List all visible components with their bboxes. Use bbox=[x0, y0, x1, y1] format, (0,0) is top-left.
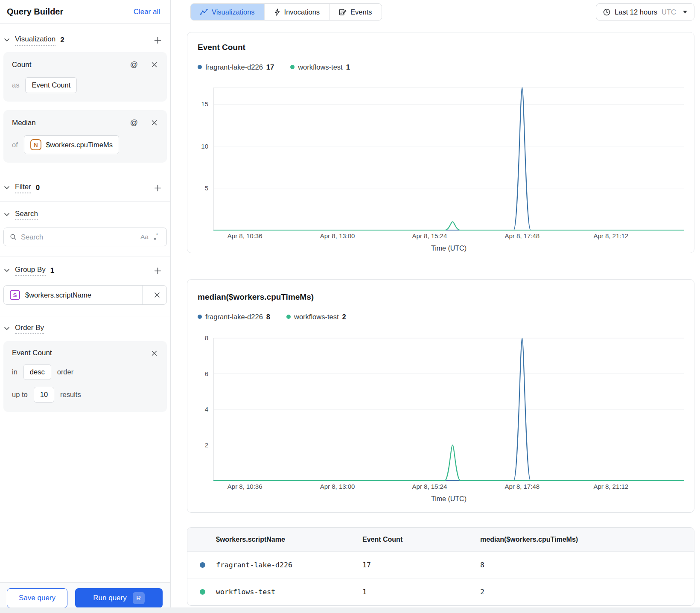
add-visualization-button[interactable] bbox=[153, 35, 163, 45]
chevron-down-icon[interactable] bbox=[4, 38, 10, 42]
remove-group-by-button[interactable] bbox=[148, 286, 166, 304]
chart-legend: fragrant-lake-d22617workflows-test1 bbox=[198, 62, 684, 72]
clear-all-link[interactable]: Clear all bbox=[134, 8, 160, 16]
column-header: $workers.scriptName bbox=[187, 536, 362, 543]
query-builder-panel: Query Builder Clear all Visualization 2 … bbox=[0, 0, 171, 613]
section-filter: Filter 0 bbox=[0, 174, 170, 201]
time-range-selector[interactable]: Last 12 hours UTC bbox=[596, 3, 694, 20]
svg-text:Apr 8, 10:36: Apr 8, 10:36 bbox=[228, 232, 262, 239]
median-cputime-chart-card: median($workers.cpuTimeMs) fragrant-lake… bbox=[187, 279, 694, 513]
search-box: Aa * bbox=[3, 228, 167, 246]
alias-value[interactable]: Event Count bbox=[25, 77, 77, 93]
chart-title: median($workers.cpuTimeMs) bbox=[198, 292, 684, 302]
add-group-by-button[interactable] bbox=[153, 266, 163, 276]
search-input[interactable] bbox=[21, 233, 136, 241]
tab-label: Visualizations bbox=[212, 8, 255, 16]
series-color-dot bbox=[198, 65, 202, 69]
legend-item[interactable]: fragrant-lake-d22617 bbox=[198, 63, 274, 71]
median-cell: 8 bbox=[480, 561, 694, 569]
series-name: fragrant-lake-d226 bbox=[205, 63, 263, 71]
chevron-down-icon[interactable] bbox=[4, 213, 10, 216]
tab-label: Invocations bbox=[284, 8, 320, 16]
tab-visualizations[interactable]: Visualizations bbox=[191, 4, 265, 20]
chevron-down-icon[interactable] bbox=[4, 186, 10, 190]
legend-item[interactable]: workflows-test2 bbox=[286, 313, 346, 321]
visualization-count-badge: 2 bbox=[60, 36, 64, 44]
close-icon[interactable] bbox=[150, 349, 158, 357]
group-by-section-label: Group By bbox=[15, 266, 46, 276]
result-limit-input[interactable]: 10 bbox=[34, 387, 54, 403]
at-mention-icon[interactable]: @ bbox=[129, 59, 139, 70]
view-tabs: VisualizationsInvocationsEvents bbox=[190, 3, 382, 20]
group-by-item[interactable]: S $workers.scriptName bbox=[3, 285, 167, 305]
script-name: fragrant-lake-d226 bbox=[216, 561, 292, 569]
svg-text:10: 10 bbox=[201, 143, 208, 150]
save-query-button[interactable]: Save query bbox=[7, 588, 67, 608]
line-chart-icon bbox=[200, 9, 208, 15]
filter-count-badge: 0 bbox=[36, 184, 40, 192]
legend-item[interactable]: workflows-test1 bbox=[290, 63, 350, 71]
topbar: VisualizationsInvocationsEvents Last 12 … bbox=[187, 3, 694, 20]
event-count-line-chart[interactable]: 51015Apr 8, 10:36Apr 8, 13:00Apr 8, 15:2… bbox=[198, 82, 685, 253]
series-total: 1 bbox=[346, 63, 350, 71]
tab-events[interactable]: Events bbox=[330, 4, 381, 20]
order-by-section-label: Order By bbox=[15, 324, 44, 334]
divider bbox=[142, 286, 143, 304]
series-total: 17 bbox=[266, 63, 274, 71]
section-order-by: Order By bbox=[0, 316, 170, 341]
chevron-down-icon[interactable] bbox=[4, 327, 10, 330]
svg-text:Apr 8, 21:12: Apr 8, 21:12 bbox=[593, 232, 628, 239]
visualization-section-label: Visualization bbox=[15, 35, 55, 46]
median-cputime-line-chart[interactable]: 2468Apr 8, 10:36Apr 8, 13:00Apr 8, 15:24… bbox=[198, 333, 685, 503]
results-table: $workers.scriptName Event Count median($… bbox=[187, 527, 694, 606]
bottom-strip bbox=[0, 607, 700, 613]
string-field-icon: S bbox=[10, 290, 20, 300]
add-filter-button[interactable] bbox=[153, 183, 163, 193]
sort-direction-select[interactable]: desc bbox=[23, 364, 51, 380]
tab-invocations[interactable]: Invocations bbox=[265, 4, 330, 20]
order-by-card: Event Count in desc order up to 10 resul… bbox=[3, 341, 167, 412]
close-icon[interactable] bbox=[150, 61, 158, 69]
numeric-field-icon: N bbox=[30, 139, 41, 150]
field-value[interactable]: N $workers.cpuTimeMs bbox=[24, 135, 119, 154]
series-color-dot bbox=[286, 315, 291, 319]
group-by-field-name: $workers.scriptName bbox=[25, 291, 91, 299]
keyboard-shortcut-badge: R bbox=[133, 592, 145, 604]
results-label: results bbox=[60, 391, 81, 399]
svg-text:4: 4 bbox=[205, 406, 208, 413]
chevron-down-icon[interactable] bbox=[4, 269, 10, 272]
table-row[interactable]: workflows-test12 bbox=[187, 578, 694, 605]
at-mention-icon[interactable]: @ bbox=[129, 117, 139, 128]
svg-text:2: 2 bbox=[205, 441, 208, 449]
chart-legend: fragrant-lake-d2268workflows-test2 bbox=[198, 312, 684, 321]
time-range-value: Last 12 hours bbox=[615, 8, 657, 16]
close-icon[interactable] bbox=[150, 119, 158, 127]
card-title: Count bbox=[12, 61, 31, 69]
run-query-button[interactable]: Run query R bbox=[75, 588, 163, 608]
card-title: Median bbox=[12, 119, 36, 127]
timezone-label: UTC bbox=[662, 8, 676, 16]
sidebar-header: Query Builder Clear all bbox=[0, 0, 170, 24]
clock-icon bbox=[603, 9, 610, 16]
table-header-row: $workers.scriptName Event Count median($… bbox=[187, 528, 694, 552]
svg-text:Apr 8, 10:36: Apr 8, 10:36 bbox=[228, 483, 262, 490]
series-name: workflows-test bbox=[294, 313, 339, 321]
script-name: workflows-test bbox=[216, 588, 275, 596]
series-color-dot bbox=[290, 65, 295, 69]
table-row[interactable]: fragrant-lake-d226178 bbox=[187, 552, 694, 578]
svg-text:5: 5 bbox=[205, 184, 208, 192]
svg-text:Apr 8, 13:00: Apr 8, 13:00 bbox=[320, 483, 355, 490]
series-color-dot bbox=[198, 315, 202, 319]
match-case-icon[interactable]: Aa bbox=[140, 233, 149, 241]
svg-text:8: 8 bbox=[205, 334, 208, 342]
visualization-card-median: Median @ of N $workers.cpuTimeMs bbox=[3, 110, 167, 163]
section-group-by: Group By 1 bbox=[0, 257, 170, 284]
chart-title: Event Count bbox=[198, 43, 684, 52]
in-label: in bbox=[12, 368, 18, 376]
regex-icon[interactable]: * bbox=[153, 233, 160, 241]
svg-text:Apr 8, 15:24: Apr 8, 15:24 bbox=[412, 483, 447, 490]
svg-text:Apr 8, 17:48: Apr 8, 17:48 bbox=[505, 232, 540, 239]
legend-item[interactable]: fragrant-lake-d2268 bbox=[198, 313, 270, 321]
section-visualization: Visualization 2 bbox=[0, 33, 170, 47]
series-color-dot bbox=[200, 589, 205, 595]
